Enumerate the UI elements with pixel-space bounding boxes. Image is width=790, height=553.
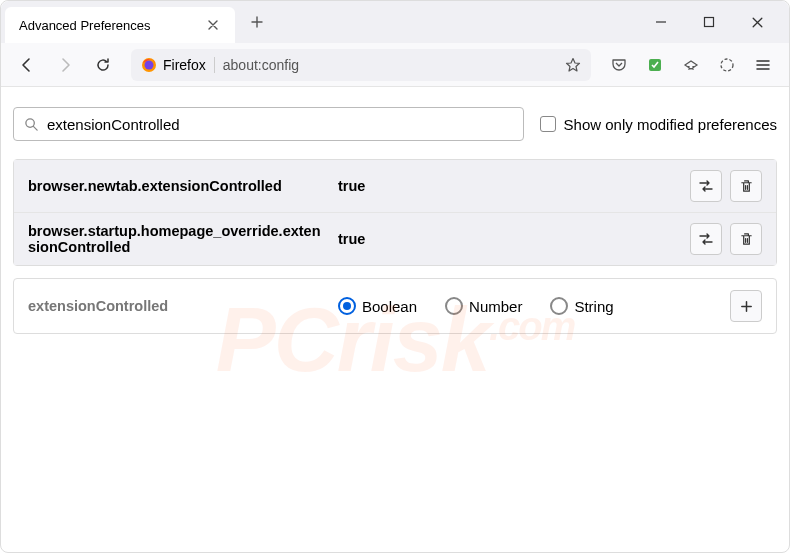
identity-label: Firefox [163,57,206,73]
pref-row: browser.newtab.extensionControlled true [14,160,776,212]
checkbox-label: Show only modified preferences [564,116,777,133]
new-pref-name: extensionControlled [28,298,328,314]
bookmark-star-icon[interactable] [565,57,581,73]
svg-point-2 [145,60,154,69]
url-bar[interactable]: Firefox about:config [131,49,591,81]
url-text: about:config [223,57,299,73]
checkbox-icon [540,116,556,132]
close-window-button[interactable] [745,10,769,34]
search-input[interactable] [47,116,513,133]
account-icon[interactable] [711,49,743,81]
radio-label: Boolean [362,298,417,315]
type-radio-group: Boolean Number String [338,297,720,315]
svg-point-4 [721,59,733,71]
radio-icon [445,297,463,315]
toggle-button[interactable] [690,223,722,255]
menu-button[interactable] [747,49,779,81]
mail-icon[interactable] [675,49,707,81]
radio-label: Number [469,298,522,315]
search-icon [24,117,39,132]
preference-search-box[interactable] [13,107,524,141]
radio-icon [338,297,356,315]
preferences-table: browser.newtab.extensionControlled true … [13,159,777,266]
radio-icon [550,297,568,315]
back-button[interactable] [11,49,43,81]
tab-title: Advanced Preferences [19,18,151,33]
close-tab-icon[interactable] [205,17,221,33]
show-modified-checkbox[interactable]: Show only modified preferences [540,116,777,133]
pref-row: browser.startup.homepage_override.extens… [14,212,776,265]
extension-icon[interactable] [639,49,671,81]
content-area: PCrisk.com Show only modified preference… [1,87,789,552]
forward-button[interactable] [49,49,81,81]
pref-name: browser.newtab.extensionControlled [28,178,328,194]
browser-tab[interactable]: Advanced Preferences [5,7,235,43]
new-tab-button[interactable] [241,6,273,38]
minimize-button[interactable] [649,10,673,34]
pref-value: true [338,178,680,194]
toggle-button[interactable] [690,170,722,202]
delete-button[interactable] [730,223,762,255]
add-button[interactable] [730,290,762,322]
svg-rect-0 [705,18,714,27]
pocket-icon[interactable] [603,49,635,81]
pref-name: browser.startup.homepage_override.extens… [28,223,328,255]
delete-button[interactable] [730,170,762,202]
maximize-button[interactable] [697,10,721,34]
navigation-toolbar: Firefox about:config [1,43,789,87]
radio-string[interactable]: String [550,297,613,315]
identity-box[interactable]: Firefox [141,57,215,73]
radio-label: String [574,298,613,315]
firefox-icon [141,57,157,73]
pref-value: true [338,231,680,247]
titlebar: Advanced Preferences [1,1,789,43]
new-preference-row: extensionControlled Boolean Number Strin… [13,278,777,334]
reload-button[interactable] [87,49,119,81]
radio-number[interactable]: Number [445,297,522,315]
radio-boolean[interactable]: Boolean [338,297,417,315]
